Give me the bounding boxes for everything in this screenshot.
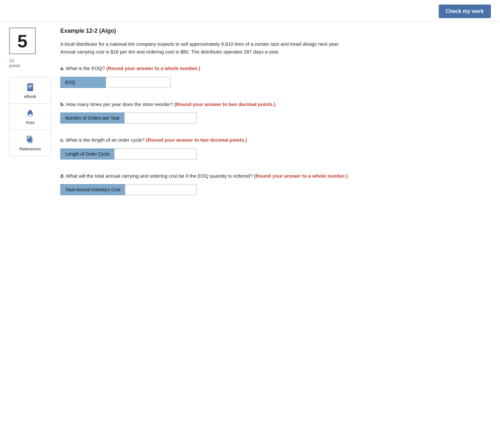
sidebar-item-references[interactable]: References [9,130,51,156]
round-note-a: (Round your answer to a whole number.) [106,65,200,71]
question-block-c: c. What is the length of an order cycle?… [60,136,491,159]
question-label-c: c. What is the length of an order cycle?… [60,136,491,144]
main-layout: 5 10 points eBook [0,22,500,217]
question-number: 5 [17,30,27,52]
sidebar-item-ebook[interactable]: eBook [9,77,51,104]
question-block-a: a. What is the EOQ? (Round your answer t… [60,65,491,88]
part-letter-a: a. [60,65,66,71]
top-bar: Check my work [0,0,500,22]
part-letter-d: d. [60,173,66,179]
question-label-b: b. How many times per year does the stor… [60,101,491,108]
question-text-c: What is the length of an order cycle? [66,137,145,143]
check-work-button[interactable]: Check my work [439,5,491,18]
svg-rect-0 [27,83,33,91]
question-text-d: What will the total annual carrying and … [66,173,254,179]
references-label: References [19,147,41,151]
part-letter-b: b. [60,101,66,107]
print-label: Print [26,120,35,125]
problem-text: A local distributor for a national tire … [60,40,352,56]
svg-rect-2 [28,86,32,87]
round-note-d: (Round your answer to a whole number.) [254,173,348,179]
input-row-b: Number of Orders per Year [60,112,196,124]
question-block-d: d. What will the total annual carrying a… [60,172,491,195]
input-field-c[interactable] [114,148,196,159]
input-field-a[interactable] [106,77,171,88]
svg-rect-11 [28,138,30,138]
svg-rect-5 [29,110,32,112]
example-title: Example 12-2 (Algo) [60,28,491,34]
input-field-b[interactable] [124,112,196,124]
svg-rect-3 [28,88,31,88]
question-label-a: a. What is the EOQ? (Round your answer t… [60,65,491,72]
question-text-a: What is the EOQ? [66,65,105,71]
book-icon [25,82,35,92]
print-icon [25,108,35,119]
references-icon [25,135,35,145]
input-label-a: EOQ [60,77,106,88]
input-row-c: Length of Order Cycle [60,148,196,159]
content-area: Example 12-2 (Algo) A local distributor … [51,28,491,208]
input-row-d: Total Annual Inventory Cost [60,184,196,195]
svg-rect-7 [32,113,32,114]
sidebar-item-print[interactable]: Print [9,104,51,130]
svg-rect-10 [28,136,30,137]
input-label-d: Total Annual Inventory Cost [60,184,125,195]
svg-rect-6 [29,114,32,116]
question-number-box: 5 [9,28,36,54]
input-label-b: Number of Orders per Year [60,112,124,124]
left-panel: 5 10 points eBook [9,28,51,208]
sidebar-tools: eBook Print [9,77,51,156]
points-value: 10 [9,58,14,63]
question-label-d: d. What will the total annual carrying a… [60,172,491,180]
input-row-a: EOQ [60,77,171,88]
round-note-c: (Round your answer to two decimal points… [146,137,247,143]
question-text-b: How many times per year does the store r… [66,101,173,107]
part-letter-c: c. [60,137,66,143]
input-field-d[interactable] [125,184,196,195]
round-note-b: (Round your answer to two decimal points… [174,101,276,107]
input-label-c: Length of Order Cycle [60,148,114,159]
question-block-b: b. How many times per year does the stor… [60,101,491,124]
svg-rect-1 [28,85,32,86]
ebook-label: eBook [24,94,36,99]
points-label: points [9,63,20,68]
